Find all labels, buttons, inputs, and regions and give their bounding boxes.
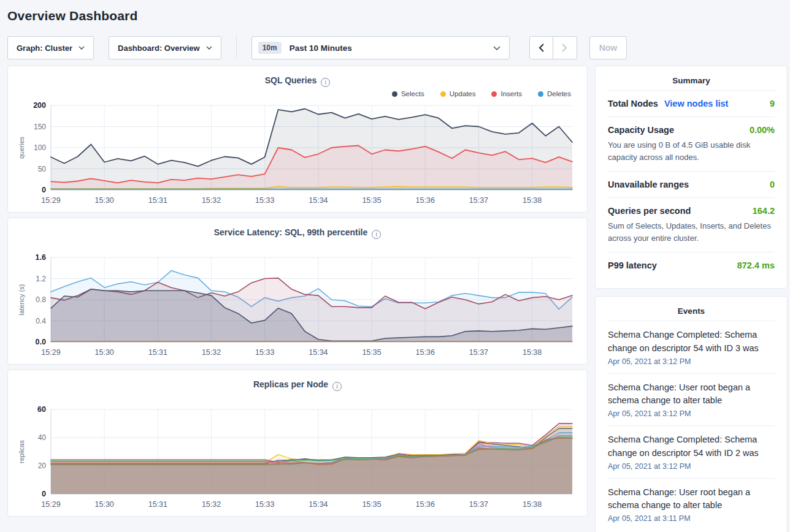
legend-label: Inserts xyxy=(500,90,522,97)
summary-row-unavailable-ranges: Unavailable ranges 0 xyxy=(608,171,775,197)
svg-text:15:34: 15:34 xyxy=(309,196,328,205)
view-nodes-list-link[interactable]: View nodes list xyxy=(664,99,729,108)
chevron-right-icon xyxy=(562,44,567,52)
chevron-down-icon xyxy=(206,46,212,50)
summary-label: Queries per second xyxy=(608,206,691,216)
legend-label: Selects xyxy=(401,90,424,97)
info-icon[interactable]: i xyxy=(332,382,342,391)
svg-text:replicas: replicas xyxy=(18,440,25,463)
event-item: Schema Change: User root began a schema … xyxy=(608,478,775,531)
svg-text:0.8: 0.8 xyxy=(36,295,46,304)
dashboard-dropdown[interactable]: Dashboard: Overview xyxy=(109,36,221,59)
chart-header: Service Latency: SQL, 99th percentilei xyxy=(15,227,580,239)
summary-panel: Summary Total Nodes View nodes list 9 Ca… xyxy=(595,66,788,289)
summary-label: Unavailable ranges xyxy=(608,180,689,189)
legend-dot-icon xyxy=(440,91,446,97)
svg-text:15:37: 15:37 xyxy=(469,196,488,205)
legend-dot-icon xyxy=(538,91,543,97)
svg-text:15:31: 15:31 xyxy=(148,196,167,205)
svg-text:40: 40 xyxy=(38,433,47,442)
charts-column: SQL Queriesi SelectsUpdatesInsertsDelete… xyxy=(7,66,588,517)
svg-text:200: 200 xyxy=(33,101,46,110)
service-latency-plot[interactable]: 15:2915:3015:3115:3215:3315:3415:3515:36… xyxy=(15,253,581,360)
chart-card-replicas-per-node: Replicas per Nodei 15:2915:3015:3115:321… xyxy=(7,370,588,517)
sql-queries-plot[interactable]: 15:2915:3015:3115:3215:3315:3415:3515:36… xyxy=(15,101,581,208)
summary-description: Sum of Selects, Updates, Inserts, and De… xyxy=(608,220,775,244)
page-header: Overview Dashboard xyxy=(0,0,790,23)
svg-text:15:33: 15:33 xyxy=(255,500,274,509)
legend-label: Deletes xyxy=(547,90,571,97)
main-content: SQL Queriesi SelectsUpdatesInsertsDelete… xyxy=(0,59,790,532)
svg-text:150: 150 xyxy=(34,123,46,131)
chart-title: Service Latency: SQL, 99th percentile xyxy=(214,227,368,237)
summary-title: Summary xyxy=(608,76,775,90)
chart-header: SQL Queriesi xyxy=(15,75,580,87)
replicas-per-node-plot[interactable]: 15:2915:3015:3115:3215:3315:3415:3515:36… xyxy=(15,405,581,512)
summary-value: 872.4 ms xyxy=(737,260,775,270)
svg-text:15:31: 15:31 xyxy=(148,500,167,509)
svg-text:15:30: 15:30 xyxy=(95,348,114,357)
dashboard-dropdown-label: Dashboard: Overview xyxy=(118,44,200,53)
toolbar: Graph: Cluster Dashboard: Overview 10m P… xyxy=(0,23,790,59)
svg-text:15:35: 15:35 xyxy=(362,196,381,205)
svg-text:15:36: 15:36 xyxy=(416,196,435,205)
graph-dropdown-label: Graph: Cluster xyxy=(17,44,72,53)
legend-dot-icon xyxy=(491,91,497,97)
svg-text:20: 20 xyxy=(38,462,47,470)
chevron-left-icon xyxy=(539,44,544,52)
time-range-badge: 10m xyxy=(258,42,282,54)
event-timestamp: Apr 05, 2021 at 3:11 PM xyxy=(608,514,775,523)
chart-legend: SelectsUpdatesInsertsDeletes xyxy=(15,87,580,101)
svg-text:15:29: 15:29 xyxy=(41,500,60,509)
svg-text:15:36: 15:36 xyxy=(416,500,435,509)
graph-dropdown[interactable]: Graph: Cluster xyxy=(7,36,94,59)
summary-label: P99 latency xyxy=(608,260,657,270)
event-timestamp: Apr 05, 2021 at 3:12 PM xyxy=(608,357,775,366)
svg-text:15:34: 15:34 xyxy=(309,500,328,509)
legend-item-selects: Selects xyxy=(392,90,424,97)
time-range-label: Past 10 Minutes xyxy=(290,44,352,53)
now-button[interactable]: Now xyxy=(589,36,627,59)
event-message: Schema Change: User root began a schema … xyxy=(608,381,775,408)
chevron-down-icon xyxy=(493,46,500,50)
svg-text:latency (s): latency (s) xyxy=(18,284,25,316)
legend-label: Updates xyxy=(450,90,476,97)
summary-row-capacity-usage: Capacity Usage 0.00% You are using 0 B o… xyxy=(608,116,775,171)
svg-text:1.2: 1.2 xyxy=(36,275,46,283)
summary-label: Capacity Usage xyxy=(608,125,674,135)
svg-text:queries: queries xyxy=(18,136,25,159)
event-item: Schema Change Completed: Schema change o… xyxy=(608,321,775,373)
svg-text:0: 0 xyxy=(42,490,46,498)
svg-text:15:33: 15:33 xyxy=(255,348,274,357)
sidebar: Summary Total Nodes View nodes list 9 Ca… xyxy=(595,66,788,532)
chart-title: Replicas per Node xyxy=(253,379,328,389)
svg-text:15:35: 15:35 xyxy=(362,500,381,509)
svg-text:60: 60 xyxy=(37,405,46,414)
page-title: Overview Dashboard xyxy=(7,9,783,23)
toolbar-divider xyxy=(236,36,237,59)
summary-value: 164.2 xyxy=(753,206,775,216)
summary-row-queries-per-second: Queries per second 164.2 Sum of Selects,… xyxy=(608,197,775,252)
legend-item-inserts: Inserts xyxy=(491,90,522,97)
info-icon[interactable]: i xyxy=(372,230,381,239)
info-icon[interactable]: i xyxy=(321,78,330,87)
svg-text:0: 0 xyxy=(42,186,46,194)
svg-text:15:29: 15:29 xyxy=(41,348,60,357)
summary-value: 0 xyxy=(770,180,775,189)
svg-text:15:32: 15:32 xyxy=(202,348,221,357)
event-message: Schema Change: User root began a schema … xyxy=(608,486,775,513)
summary-row-total-nodes: Total Nodes View nodes list 9 xyxy=(608,90,775,116)
svg-text:15:37: 15:37 xyxy=(469,500,488,509)
event-timestamp: Apr 05, 2021 at 3:12 PM xyxy=(608,409,775,418)
time-range-picker[interactable]: 10m Past 10 Minutes xyxy=(251,36,510,59)
summary-value: 0.00% xyxy=(750,125,775,135)
event-timestamp: Apr 05, 2021 at 3:12 PM xyxy=(608,462,775,471)
time-step-buttons xyxy=(529,36,577,59)
time-back-button[interactable] xyxy=(529,36,553,59)
svg-text:0.4: 0.4 xyxy=(36,317,46,325)
svg-text:1.6: 1.6 xyxy=(36,253,46,262)
svg-text:15:34: 15:34 xyxy=(309,348,328,357)
legend-item-updates: Updates xyxy=(440,90,476,97)
event-item: Schema Change: User root began a schema … xyxy=(608,373,775,426)
time-forward-button[interactable] xyxy=(553,36,577,59)
